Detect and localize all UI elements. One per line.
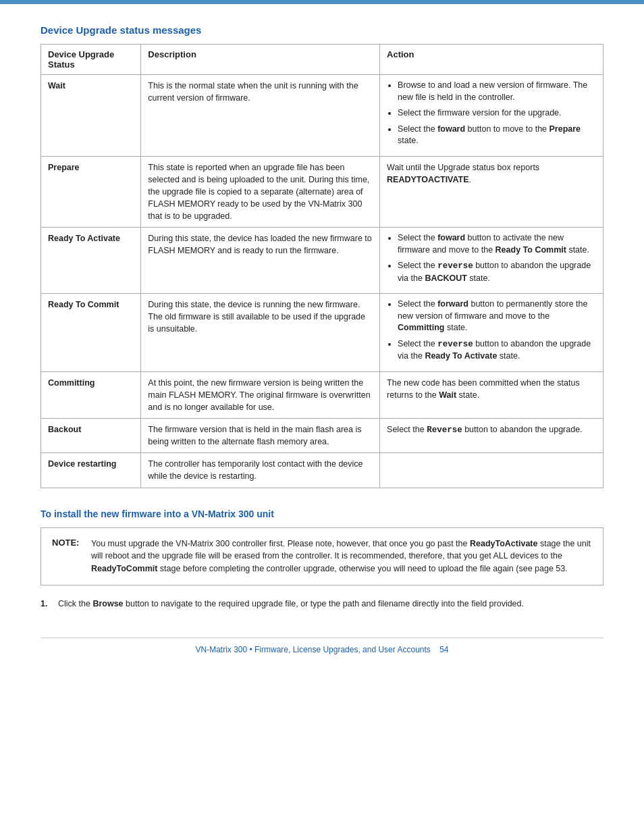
desc-backout: The firmware version that is held in the… [141,419,380,453]
status-device-restarting: Device restarting [41,453,141,488]
section1-title: Device Upgrade status messages [41,24,603,36]
footer-page-num: 54 [439,645,448,654]
desc-ready-activate: During this state, the device has loaded… [141,228,380,294]
action-ready-commit: Select the forward button to permanently… [380,294,603,372]
status-ready-activate: Ready To Activate [41,228,141,294]
step-text: Click the Browse button to navigate to t… [58,598,524,610]
col-header-status: Device UpgradeStatus [41,45,141,75]
action-device-restarting [380,453,603,488]
action-committing: The new code has been committed when the… [380,371,603,418]
col-header-action: Action [380,45,603,75]
table-row: Ready To Activate During this state, the… [41,228,603,294]
table-row: Wait This is the normal state when the u… [41,75,603,157]
note-box: NOTE: You must upgrade the VN-Matrix 300… [41,527,603,585]
status-committing: Committing [41,371,141,418]
note-label: NOTE: [52,538,82,575]
action-ready-activate: Select the foward button to activate the… [380,228,603,294]
status-prepare: Prepare [41,156,141,228]
page-content: Device Upgrade status messages Device Up… [0,4,644,681]
footer: VN-Matrix 300 • Firmware, License Upgrad… [41,637,603,654]
step-1: 1. Click the Browse button to navigate t… [41,598,603,610]
action-rta-2: Select the reverse button to abandon the… [398,260,596,284]
action-rta-1: Select the foward button to activate the… [398,232,596,256]
action-backout: Select the Reverse button to abandon the… [380,419,603,453]
status-backout: Backout [41,419,141,453]
table-row: Prepare This state is reported when an u… [41,156,603,228]
step-num: 1. [41,598,53,610]
desc-ready-commit: During this state, the device is running… [141,294,380,372]
desc-wait: This is the normal state when the unit i… [141,75,380,157]
action-rtc-1: Select the forward button to permanently… [398,298,596,334]
table-row: Backout The firmware version that is hel… [41,419,603,453]
table-row: Ready To Commit During this state, the d… [41,294,603,372]
status-wait: Wait [41,75,141,157]
note-text: You must upgrade the VN-Matrix 300 contr… [91,538,592,575]
upgrade-status-table: Device UpgradeStatus Description Action … [41,44,603,488]
action-rtc-2: Select the reverse button to abandon the… [398,338,596,363]
action-wait-1: Browse to and load a new version of firm… [398,80,596,103]
desc-device-restarting: The controller has temporarily lost cont… [141,453,380,488]
desc-committing: At this point, the new firmware version … [141,371,380,418]
section2-title: To install the new firmware into a VN-Ma… [41,509,603,519]
action-wait-2: Select the firmware version for the upgr… [398,107,596,120]
step-list: 1. Click the Browse button to navigate t… [41,598,603,610]
table-row: Device restarting The controller has tem… [41,453,603,488]
action-wait-3: Select the foward button to move to the … [398,124,596,147]
status-ready-commit: Ready To Commit [41,294,141,372]
col-header-description: Description [141,45,380,75]
table-row: Committing At this point, the new firmwa… [41,371,603,418]
desc-prepare: This state is reported when an upgrade f… [141,156,380,228]
footer-text: VN-Matrix 300 • Firmware, License Upgrad… [195,645,430,654]
action-prepare: Wait until the Upgrade status box report… [380,156,603,228]
action-wait: Browse to and load a new version of firm… [380,75,603,157]
